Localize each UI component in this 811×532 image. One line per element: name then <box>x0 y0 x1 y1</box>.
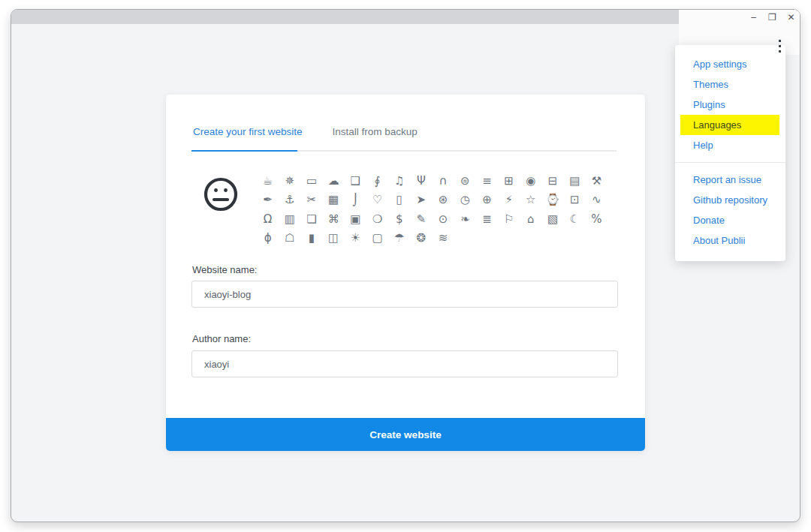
file-text-icon[interactable]: ≣ <box>476 209 498 229</box>
page: – ❐ ✕ App settingsThemesPluginsLanguages… <box>0 0 811 532</box>
menu-item-report-an-issue[interactable]: Report an issue <box>675 170 785 190</box>
tab-underline-active <box>191 150 297 152</box>
database-icon[interactable]: ≡ <box>476 171 498 191</box>
edit-icon[interactable]: ✎ <box>410 209 432 229</box>
tab-bar: Create your first website Install from b… <box>193 126 418 137</box>
window-controls: – ❐ ✕ <box>747 11 797 23</box>
meh-face-icon <box>204 177 238 212</box>
menu-divider <box>675 162 785 163</box>
menu-item-help[interactable]: Help <box>675 135 785 155</box>
tab-underline <box>191 150 617 152</box>
headphones-icon[interactable]: ∩ <box>433 171 454 191</box>
film-icon[interactable]: ▦ <box>323 191 345 210</box>
award-icon[interactable]: ✵ <box>279 171 300 191</box>
flag-icon[interactable]: ⚐ <box>498 209 520 229</box>
author-name-label: Author name: <box>192 333 251 344</box>
eye-icon[interactable]: ⊙ <box>433 209 454 229</box>
menu-item-plugins[interactable]: Plugins <box>675 95 785 115</box>
menu-item-languages[interactable]: Languages <box>680 115 779 135</box>
tv-icon[interactable]: ▢ <box>366 229 388 248</box>
monitor-icon[interactable]: ⊡ <box>564 191 586 210</box>
menu-item-app-settings[interactable]: App settings <box>675 54 785 74</box>
radio-icon[interactable]: ❂ <box>410 229 432 248</box>
camera-icon[interactable]: ◉ <box>520 171 541 191</box>
compass-icon[interactable]: ⊛ <box>433 191 454 210</box>
activity-icon[interactable]: ∿ <box>586 191 607 210</box>
archive-icon[interactable]: ▭ <box>300 171 322 191</box>
anchor-icon[interactable]: ⚓ <box>279 191 300 210</box>
layers-icon[interactable]: ≋ <box>433 229 454 248</box>
star-icon[interactable]: ☆ <box>520 191 541 210</box>
speaker-icon[interactable]: ◫ <box>323 229 345 248</box>
crosshair-icon[interactable]: ⊕ <box>476 191 498 210</box>
minimize-icon[interactable]: – <box>747 11 760 23</box>
shield-icon[interactable]: ☖ <box>279 229 300 248</box>
kebab-menu-icon[interactable] <box>776 40 782 53</box>
tab-install-from-backup[interactable]: Install from backup <box>333 126 418 137</box>
tab-create-your-first-website[interactable]: Create your first website <box>193 126 303 137</box>
coffee-icon[interactable]: ☕ <box>257 171 279 191</box>
music-icon[interactable]: ♫ <box>388 171 410 191</box>
clock-icon[interactable]: ◷ <box>454 191 476 210</box>
menu-item-github-repository[interactable]: Github repository <box>675 190 785 210</box>
website-name-label: Website name: <box>192 264 257 275</box>
image-icon[interactable]: ▧ <box>541 209 563 229</box>
truck-icon[interactable]: ⊞ <box>498 171 520 191</box>
cpu-icon[interactable]: ▣ <box>345 209 366 229</box>
author-name-input[interactable] <box>191 350 618 377</box>
tool-icon[interactable]: ⚒ <box>586 171 607 191</box>
icon-grid: ☕✵▭☁❑∮♫Ψ∩⊜≡⊞◉⊟▤⚒✒⚓✂▦⌡♡▯➤⊛◷⊕⚡☆⌚⊡∿Ω▥❏⌘▣❍$✎… <box>257 171 607 248</box>
sun-icon[interactable]: ☀ <box>345 229 366 248</box>
tablet-icon[interactable]: ▯ <box>388 191 410 210</box>
menu-item-about-publii[interactable]: About Publii <box>675 230 785 251</box>
printer-icon[interactable]: ⊟ <box>541 171 563 191</box>
umbrella-icon[interactable]: ☂ <box>388 229 410 248</box>
menu-section-secondary: Report an issueGithub repositoryDonateAb… <box>675 170 785 251</box>
dollar-sign-icon[interactable]: $ <box>388 209 410 229</box>
menu-item-themes[interactable]: Themes <box>675 74 785 95</box>
create-website-button[interactable]: Create website <box>166 418 645 451</box>
heart-icon[interactable]: ♡ <box>366 191 388 210</box>
scissors-icon[interactable]: ✂ <box>300 191 322 210</box>
app-window: – ❐ ✕ App settingsThemesPluginsLanguages… <box>11 9 800 522</box>
droplet-icon[interactable]: ❍ <box>366 209 388 229</box>
feather-icon[interactable]: ❧ <box>454 209 476 229</box>
dropdown-menu: App settingsThemesPluginsLanguagesHelp R… <box>675 45 785 261</box>
send-icon[interactable]: ➤ <box>410 191 432 210</box>
clipboard-icon[interactable]: ❏ <box>300 209 322 229</box>
titlebar[interactable] <box>11 10 679 24</box>
mic-icon[interactable]: Ψ <box>410 171 432 191</box>
command-icon[interactable]: ⌘ <box>323 209 345 229</box>
website-name-input[interactable] <box>191 281 618 308</box>
thermometer-icon[interactable]: ⌡ <box>345 191 366 210</box>
menu-item-donate[interactable]: Donate <box>675 210 785 230</box>
paperclip-icon[interactable]: ∮ <box>366 171 388 191</box>
percent-icon[interactable]: % <box>586 209 607 229</box>
menu-section-primary: App settingsThemesPluginsLanguagesHelp <box>675 54 785 155</box>
power-icon[interactable]: ϕ <box>257 229 279 248</box>
moon-icon[interactable]: ☾ <box>564 209 586 229</box>
watch-icon[interactable]: ⌚ <box>541 191 563 210</box>
close-icon[interactable]: ✕ <box>785 11 797 23</box>
credit-card-icon[interactable]: ▤ <box>564 171 586 191</box>
meh-face-icon[interactable]: ⊜ <box>454 171 476 191</box>
shopping-bag-icon[interactable]: ❑ <box>345 171 366 191</box>
battery-charging-icon[interactable]: ⚡ <box>498 191 520 210</box>
smartphone-icon[interactable]: ▮ <box>300 229 322 248</box>
home-icon[interactable]: ⌂ <box>520 209 541 229</box>
pen-tool-icon[interactable]: ✒ <box>257 191 279 210</box>
cloud-snow-icon[interactable]: ☁ <box>323 171 345 191</box>
restore-icon[interactable]: ❐ <box>766 11 779 23</box>
create-website-card: Create your first website Install from b… <box>166 95 645 451</box>
briefcase-icon[interactable]: ▥ <box>279 209 300 229</box>
bell-icon[interactable]: Ω <box>257 209 279 229</box>
